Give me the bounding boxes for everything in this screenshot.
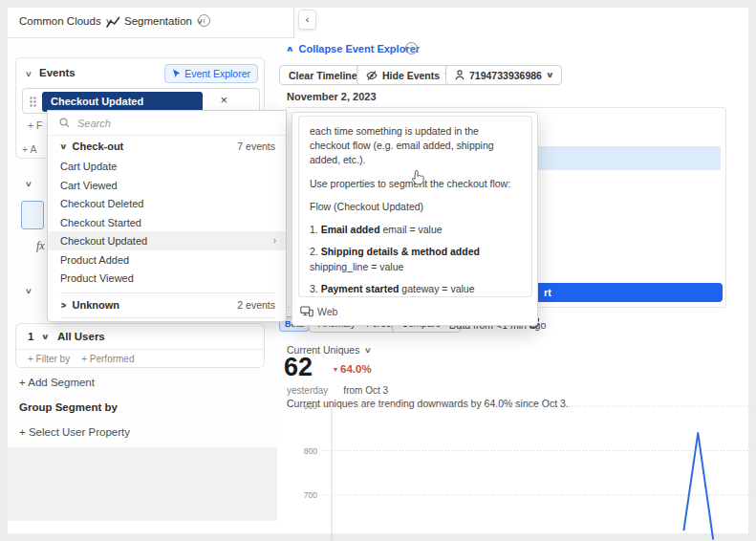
collapse-event-explorer-label: Collapse Event Explorer — [299, 43, 421, 54]
group-name: Unknown — [73, 299, 120, 311]
events-section-title: Events — [39, 67, 76, 78]
flow-step: 3. Payment started gateway = value — [310, 282, 521, 296]
info-icon[interactable]: i — [198, 14, 210, 27]
devices-icon — [300, 306, 313, 317]
line-chart-icon — [106, 16, 120, 29]
event-search-input[interactable]: Search — [48, 111, 286, 136]
group-segment-by-title: Group Segment by — [19, 401, 118, 413]
search-icon — [59, 118, 70, 128]
search-placeholder: Search — [77, 118, 111, 129]
event-explorer-label: Event Explorer — [184, 68, 250, 79]
hand-cursor-icon — [411, 170, 424, 185]
event-option-highlighted[interactable]: Checkout Updated› — [48, 231, 286, 250]
event-description-popover: each time something is updated in the ch… — [292, 112, 538, 326]
segment-index: 1 — [28, 331, 33, 342]
dropdown-divider — [60, 292, 275, 293]
chart-type-name: Segmentation — [124, 15, 192, 27]
remove-event-icon[interactable]: × — [220, 93, 227, 107]
event-group-unknown[interactable]: ∨Unknown 2 events — [48, 299, 286, 311]
event-explorer-button[interactable]: Event Explorer — [164, 64, 258, 83]
chevron-down-icon[interactable]: ∨ — [41, 333, 50, 341]
event-group-checkout[interactable]: ∨Check-out 7 events — [48, 141, 286, 152]
select-user-property-link[interactable]: + Select User Property — [19, 426, 130, 438]
platform-row: Web — [300, 306, 337, 317]
chevron-down-icon[interactable]: ∨ — [25, 180, 32, 188]
event-option[interactable]: Checkout Deleted — [48, 194, 286, 213]
segment-name[interactable]: All Users — [57, 331, 105, 342]
group-count: 7 events — [237, 141, 275, 152]
event-option[interactable]: Product Added — [48, 250, 286, 270]
person-icon — [455, 70, 464, 80]
flow-step: 2. Shipping details & method added shipp… — [310, 245, 521, 273]
collapse-event-explorer-link[interactable]: ∨ Collapse Event Explorer — [287, 43, 420, 54]
add-segment-link[interactable]: + Add Segment — [19, 377, 95, 388]
segment-performed-link[interactable]: + Performed — [81, 354, 134, 364]
create-chart-label-partial: rt — [544, 287, 551, 298]
measure-selected-box[interactable] — [21, 201, 44, 229]
selected-event-pill[interactable]: Checkout Updated — [42, 92, 203, 112]
flow-steps-list: 1. Email added email = value 2. Shipping… — [310, 223, 521, 297]
compare-label: from Oct 3 — [343, 385, 388, 396]
chevron-up-icon: ∨ — [286, 45, 294, 54]
chevron-down-icon: ∨ — [59, 142, 68, 151]
segment-card: 1 ∨ All Users + Filter by + Performed — [15, 323, 265, 368]
metric-value: 62 — [284, 353, 313, 382]
chevron-down-icon[interactable]: ∨ — [25, 70, 32, 78]
user-lookup-button[interactable]: 7194733936986 ∨ — [445, 65, 562, 85]
project-selector[interactable]: Common Clouds ∨ — [19, 15, 112, 27]
topbar-divider — [8, 37, 293, 38]
add-event-link[interactable]: + A — [22, 143, 36, 155]
collapse-panel-button[interactable]: ‹ — [298, 10, 316, 30]
segment-filter-by-link[interactable]: + Filter by — [28, 354, 70, 364]
description-paragraph: Flow (Checkout Updated) — [310, 200, 521, 214]
segment-divider — [16, 349, 264, 350]
project-name: Common Clouds — [19, 15, 101, 27]
event-option[interactable]: Cart Update — [48, 157, 286, 176]
platform-label: Web — [317, 306, 337, 317]
group-count: 2 events — [237, 299, 275, 311]
metric-period-row: yesterday from Oct 3 — [287, 385, 388, 396]
triangle-down-icon: ▾ — [334, 365, 337, 374]
svg-text:900: 900 — [304, 405, 317, 411]
panel-separator — [293, 8, 294, 38]
event-description-scrollbox[interactable]: each time something is updated in the ch… — [298, 116, 532, 297]
chevron-down-icon: ∨ — [364, 346, 372, 355]
filter-by-link[interactable]: + F — [28, 119, 42, 131]
eye-off-icon — [366, 70, 378, 81]
chevron-down-icon: ∨ — [546, 71, 554, 79]
flow-step: 1. Email added email = value — [310, 223, 521, 237]
event-option[interactable]: Product Viewed — [48, 269, 286, 288]
drag-handle-icon[interactable] — [29, 96, 37, 108]
timeline-date-header: November 2, 2023 — [287, 91, 377, 102]
period-label: yesterday — [287, 385, 328, 396]
submenu-arrow-icon: › — [273, 231, 276, 250]
clear-timeline-button[interactable]: Clear Timeline — [279, 65, 367, 85]
chart-type-selector[interactable]: Segmentation ∨ — [124, 15, 203, 27]
event-option[interactable]: Checkout Started — [48, 213, 286, 232]
description-paragraph: each time something is updated in the ch… — [310, 124, 521, 168]
chevron-right-icon: ∨ — [59, 300, 68, 309]
svg-text:800: 800 — [304, 446, 317, 456]
info-icon[interactable]: i — [405, 42, 418, 54]
formula-button[interactable]: fx — [36, 239, 45, 253]
group-name: Check-out — [73, 141, 124, 152]
sidebar-footer-area — [8, 447, 277, 521]
metric-delta: ▾ 64.0% — [334, 363, 372, 375]
pointer-icon — [172, 69, 181, 79]
event-select-dropdown: Search ∨Check-out 7 events Cart Update C… — [47, 110, 287, 322]
dropdown-divider — [60, 317, 275, 318]
svg-text:700: 700 — [304, 490, 317, 500]
chevron-down-icon[interactable]: ∨ — [25, 287, 32, 295]
uniques-line-chart: 900800700 — [277, 405, 752, 541]
event-option[interactable]: Cart Viewed — [48, 176, 286, 195]
